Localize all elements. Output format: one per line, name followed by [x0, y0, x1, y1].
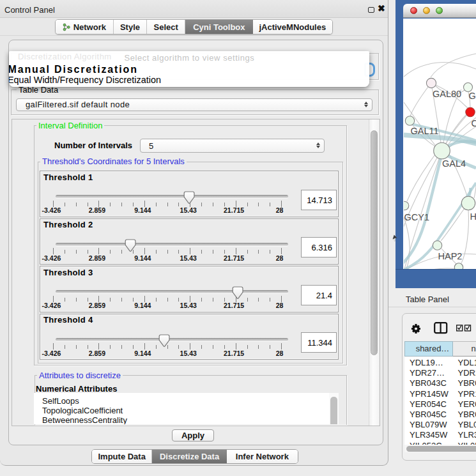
- svg-text:G.: G.: [469, 91, 476, 101]
- svg-text:H: H: [470, 211, 476, 222]
- svg-text:GAL11: GAL11: [411, 126, 439, 136]
- svg-text:C: C: [472, 118, 476, 128]
- svg-text:HAP2: HAP2: [438, 251, 463, 261]
- svg-text:GCY1: GCY1: [404, 212, 430, 222]
- svg-text:GAL4: GAL4: [442, 158, 466, 169]
- svg-text:GAL80: GAL80: [433, 89, 461, 99]
